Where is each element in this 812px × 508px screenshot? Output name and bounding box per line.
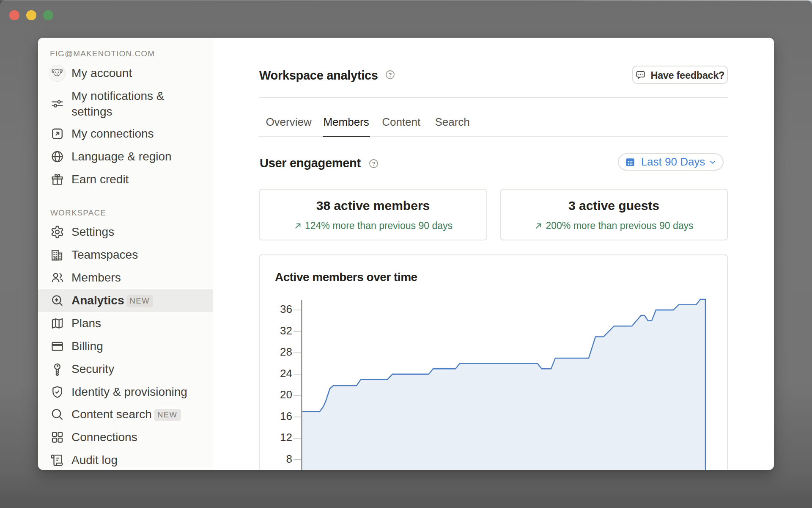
svg-text:16: 16 bbox=[280, 409, 292, 422]
svg-text:12: 12 bbox=[280, 431, 292, 444]
svg-text:28: 28 bbox=[280, 345, 292, 358]
svg-text:?: ? bbox=[372, 160, 376, 167]
svg-text:?: ? bbox=[389, 72, 392, 78]
svg-text:32: 32 bbox=[280, 324, 292, 337]
svg-text:8: 8 bbox=[286, 452, 292, 465]
svg-text:36: 36 bbox=[280, 303, 292, 315]
svg-text:20: 20 bbox=[280, 388, 292, 401]
svg-text:24: 24 bbox=[280, 367, 292, 379]
